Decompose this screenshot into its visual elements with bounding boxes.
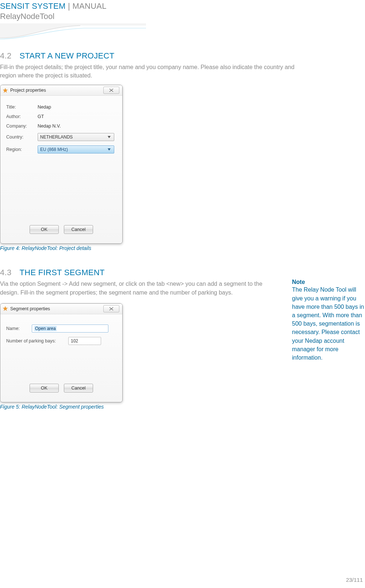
dialog-title: Segment properties [10,306,50,311]
close-icon [109,87,114,94]
ok-button[interactable]: OK [30,384,59,392]
doc-title-prefix: SENSIT SYSTEM [0,1,66,11]
segment-name-input[interactable]: Open area [32,325,108,333]
label-region: Region: [6,147,38,152]
section-heading: 4.3 THE FIRST SEGMENT [0,268,365,277]
label-title: Title: [6,105,38,110]
close-button[interactable] [103,87,119,94]
region-dropdown[interactable]: EU (868 MHz) [38,145,114,153]
app-star-icon [3,306,8,311]
label-name: Name: [6,326,32,331]
doc-subtitle: RelayNodeTool [0,12,365,21]
cancel-button[interactable]: Cancel [64,225,93,234]
doc-title-sep: | [66,1,73,11]
country-value: NETHERLANDS [40,134,73,140]
svg-marker-1 [3,307,8,311]
close-icon [109,306,114,312]
dialog-titlebar: Project properties [0,85,122,96]
section-number: 4.3 [0,268,11,277]
sidebar-note: Note The Relay Node Tool will give you a… [292,277,365,362]
chevron-down-icon [106,134,112,140]
close-button[interactable] [103,305,119,312]
ok-button[interactable]: OK [30,225,59,234]
value-author[interactable]: GT [38,114,44,119]
country-dropdown[interactable]: NETHERLANDS [38,133,114,141]
parking-bays-value: 102 [71,338,78,344]
section-number: 4.2 [0,51,11,61]
dialog-titlebar: Segment properties [0,304,122,314]
project-properties-dialog: Project properties Title: Nedap Author: … [0,85,123,244]
section-heading: 4.2 START A NEW PROJECT [0,51,365,61]
label-company: Company: [6,124,38,129]
dialog-body: Name: Open area Number of parking bays: … [0,314,122,402]
figure-caption-4: Figure 4: RelayNodeTool: Project details [0,245,365,251]
dialog-body: Title: Nedap Author: GT Company: Nedap N… [0,96,122,243]
region-value: EU (868 MHz) [40,147,68,152]
note-title: Note [292,279,365,285]
section-body: Fill-in the project details; the project… [0,63,299,80]
decorative-swoosh [0,23,146,42]
dialog-buttons: OK Cancel [0,380,122,398]
page-number: 23/111 [346,577,363,583]
section-title: START A NEW PROJECT [19,51,114,61]
svg-marker-0 [3,88,8,92]
section-title: THE FIRST SEGMENT [19,268,104,277]
doc-title: SENSIT SYSTEM | MANUAL [0,1,365,11]
segment-name-value: Open area [34,326,57,331]
chevron-down-icon [106,146,112,153]
parking-bays-input[interactable]: 102 [68,337,101,345]
section-4-3: 4.3 THE FIRST SEGMENT Via the option Seg… [0,268,365,409]
label-author: Author: [6,114,38,119]
label-country: Country: [6,134,38,140]
app-star-icon [3,88,8,93]
figure-caption-5: Figure 5: RelayNodeTool: Segment propert… [0,404,279,410]
section-body: Via the option Segment -> Add new segmen… [0,280,279,296]
value-company[interactable]: Nedap N.V. [38,124,61,129]
section-4-2: 4.2 START A NEW PROJECT Fill-in the proj… [0,51,365,251]
cancel-button[interactable]: Cancel [64,384,93,392]
doc-title-suffix: MANUAL [72,1,107,11]
dialog-buttons: OK Cancel [0,221,122,239]
value-title[interactable]: Nedap [38,105,51,110]
dialog-title: Project properties [10,88,46,93]
segment-properties-dialog: Segment properties Name: Open area [0,303,123,402]
label-bays: Number of parking bays: [6,338,65,344]
page-header: SENSIT SYSTEM | MANUAL RelayNodeTool [0,0,365,21]
note-body: The Relay Node Tool will give you a warn… [292,285,365,362]
